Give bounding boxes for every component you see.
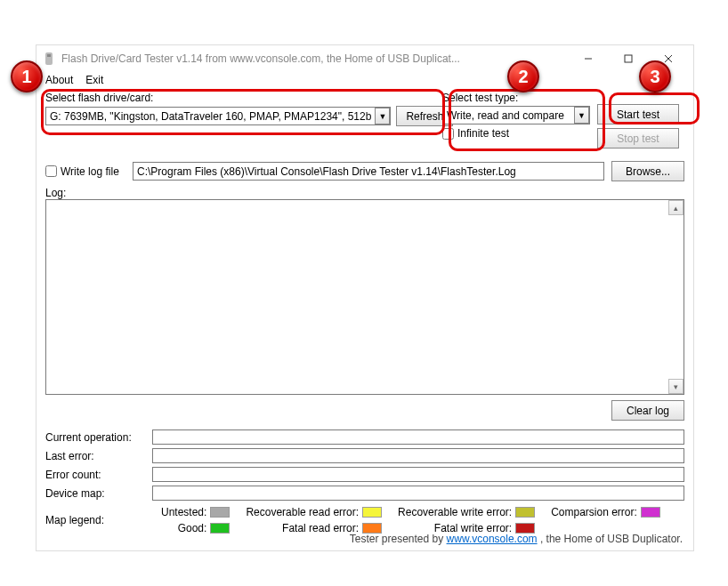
menubar: About Exit <box>36 72 693 92</box>
legend-comparison-label: Comparsion error: <box>551 506 637 518</box>
start-test-button[interactable]: Start test <box>597 104 679 124</box>
drive-select[interactable]: G: 7639MB, "Kingston, DataTraveler 160, … <box>45 107 391 125</box>
swatch-good <box>210 523 230 534</box>
legend-recread-label: Recoverable read error: <box>246 506 359 518</box>
log-path-field[interactable]: C:\Program Files (x86)\Virtual Console\F… <box>133 162 604 181</box>
last-error-value <box>152 448 684 463</box>
legend-recwrite-label: Recoverable write error: <box>398 506 512 518</box>
menu-exit[interactable]: Exit <box>85 74 103 86</box>
device-map-label: Device map: <box>45 487 152 500</box>
svg-rect-3 <box>625 55 632 62</box>
chevron-down-icon[interactable]: ▼ <box>574 107 589 124</box>
error-count-label: Error count: <box>45 469 152 481</box>
scroll-up-button[interactable]: ▴ <box>668 200 684 215</box>
menu-about[interactable]: About <box>45 74 73 86</box>
app-window: Flash Drive/Card Tester v1.14 from www.v… <box>36 44 694 551</box>
write-log-label: Write log file <box>61 165 119 178</box>
test-type-value: Write, read and compare <box>443 109 574 122</box>
footer-text: Tester presented by www.vconsole.com , t… <box>350 533 683 545</box>
test-type-label: Select test type: <box>442 92 590 104</box>
write-log-checkbox[interactable] <box>45 165 57 177</box>
window-title: Flash Drive/Card Tester v1.14 from www.v… <box>61 52 460 65</box>
minimize-button[interactable] <box>568 45 608 72</box>
stop-test-button[interactable]: Stop test <box>597 128 679 149</box>
log-textarea[interactable]: ▴ ▾ <box>45 199 684 395</box>
maximize-button[interactable] <box>608 45 648 72</box>
swatch-untested <box>210 507 230 518</box>
legend-items: Untested: Recoverable read error: Recove… <box>161 506 660 534</box>
legend-label: Map legend: <box>45 514 152 526</box>
infinite-test-label: Infinite test <box>457 127 509 140</box>
drive-select-value: G: 7639MB, "Kingston, DataTraveler 160, … <box>46 110 375 123</box>
infinite-test-checkbox[interactable] <box>442 128 454 140</box>
legend-good-label: Good: <box>178 522 207 534</box>
close-button[interactable] <box>648 45 688 72</box>
browse-button[interactable]: Browse... <box>611 161 684 181</box>
scroll-down-button[interactable]: ▾ <box>668 379 684 394</box>
footer-link[interactable]: www.vconsole.com <box>447 533 538 545</box>
svg-rect-1 <box>47 54 51 57</box>
current-op-value <box>152 429 684 445</box>
chevron-down-icon[interactable]: ▼ <box>375 108 390 124</box>
titlebar: Flash Drive/Card Tester v1.14 from www.v… <box>36 45 693 72</box>
error-count-value <box>152 467 684 482</box>
log-label: Log: <box>45 187 684 199</box>
swatch-recread <box>362 507 382 518</box>
drive-label: Select flash drive/card: <box>45 92 435 104</box>
device-map-value <box>152 486 684 501</box>
legend-untested-label: Untested: <box>161 506 206 518</box>
last-error-label: Last error: <box>45 450 152 462</box>
current-op-label: Current operation: <box>45 431 152 444</box>
legend-fatalread-label: Fatal read error: <box>282 522 359 534</box>
app-icon <box>42 52 56 66</box>
test-type-select[interactable]: Write, read and compare ▼ <box>442 106 590 124</box>
swatch-recwrite <box>515 507 535 518</box>
clear-log-button[interactable]: Clear log <box>611 400 684 421</box>
swatch-comparison <box>641 507 660 518</box>
